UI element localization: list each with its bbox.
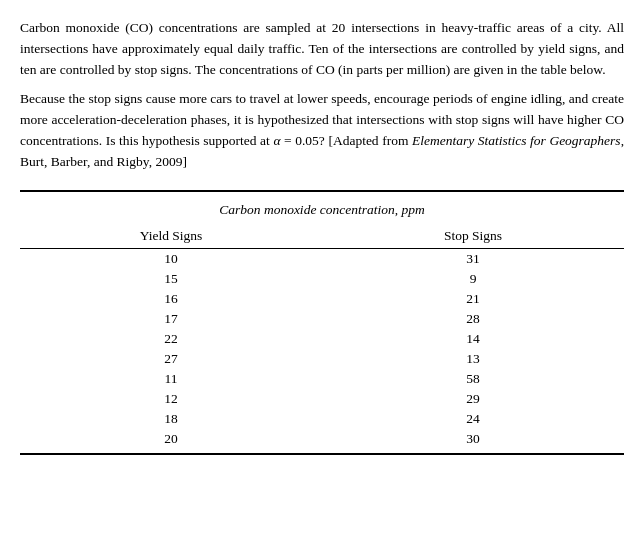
stop-value: 13 (322, 349, 624, 369)
paragraph-2: Because the stop signs cause more cars t… (20, 89, 624, 173)
table-row: 2713 (20, 349, 624, 369)
table-row: 2214 (20, 329, 624, 349)
yield-value: 17 (20, 309, 322, 329)
stop-signs-header: Stop Signs (322, 226, 624, 249)
yield-value: 12 (20, 389, 322, 409)
alpha-symbol: α (273, 133, 280, 148)
stop-value: 9 (322, 269, 624, 289)
paragraph-1: Carbon monoxide (CO) concentrations are … (20, 18, 624, 81)
yield-value: 10 (20, 249, 322, 270)
yield-value: 18 (20, 409, 322, 429)
table-row: 2030 (20, 429, 624, 449)
table-row: 1824 (20, 409, 624, 429)
stop-value: 29 (322, 389, 624, 409)
stop-value: 30 (322, 429, 624, 449)
yield-value: 15 (20, 269, 322, 289)
table-row: 1621 (20, 289, 624, 309)
stop-value: 58 (322, 369, 624, 389)
table-row: 1158 (20, 369, 624, 389)
yield-value: 11 (20, 369, 322, 389)
yield-value: 16 (20, 289, 322, 309)
stop-value: 24 (322, 409, 624, 429)
text-content: Carbon monoxide (CO) concentrations are … (20, 18, 624, 172)
data-table-section: Carbon monoxide concentration, ppm Yield… (20, 190, 624, 455)
table-row: 1728 (20, 309, 624, 329)
table-row: 159 (20, 269, 624, 289)
table-row: 1229 (20, 389, 624, 409)
paragraph-2-part2: = 0.05? [Adapted from (281, 133, 412, 148)
stop-value: 31 (322, 249, 624, 270)
stop-value: 28 (322, 309, 624, 329)
stop-value: 21 (322, 289, 624, 309)
yield-value: 20 (20, 429, 322, 449)
data-table: Yield Signs Stop Signs 10311591621172822… (20, 226, 624, 449)
yield-value: 22 (20, 329, 322, 349)
yield-value: 27 (20, 349, 322, 369)
stop-value: 14 (322, 329, 624, 349)
table-title: Carbon monoxide concentration, ppm (20, 198, 624, 220)
book-title: Elementary Statistics for Geographers (412, 133, 621, 148)
table-row: 1031 (20, 249, 624, 270)
yield-signs-header: Yield Signs (20, 226, 322, 249)
